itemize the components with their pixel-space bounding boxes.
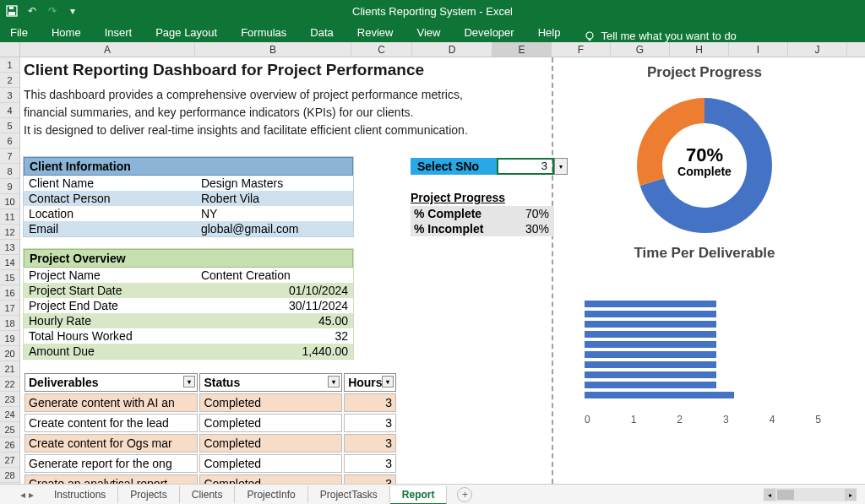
row-14[interactable]: 14 <box>0 255 19 270</box>
row-22[interactable]: 22 <box>0 377 19 392</box>
tell-me-search[interactable]: Tell me what you want to do <box>584 30 736 42</box>
col-D[interactable]: D <box>412 42 492 57</box>
bar <box>585 392 734 398</box>
row-19[interactable]: 19 <box>0 331 19 346</box>
col-E[interactable]: E <box>492 42 552 57</box>
col-G[interactable]: G <box>611 42 670 57</box>
row-4[interactable]: 4 <box>0 103 19 118</box>
sheet-tab-projecttasks[interactable]: ProjectTasks <box>308 486 390 503</box>
ribbon-tab-page-layout[interactable]: Page Layout <box>155 26 217 42</box>
select-all-triangle[interactable] <box>0 42 20 57</box>
row-8[interactable]: 8 <box>0 164 19 179</box>
table-row[interactable]: Create content for the leadCompleted3 <box>24 414 396 432</box>
row-9[interactable]: 9 <box>0 179 19 194</box>
sheet-nav-arrows[interactable]: ◂▸ <box>20 489 34 501</box>
filter-icon[interactable]: ▾ <box>183 376 195 387</box>
row-24[interactable]: 24 <box>0 407 19 422</box>
add-sheet-button[interactable]: + <box>457 487 472 502</box>
col-J[interactable]: J <box>788 42 847 57</box>
column-headers[interactable]: A B C D E F G H I J <box>0 42 865 57</box>
ribbon-tab-file[interactable]: File <box>10 26 28 42</box>
page-title: Client Reporting Dashboard for Project P… <box>20 58 544 82</box>
sheet-tab-clients[interactable]: Clients <box>180 486 236 503</box>
col-H[interactable]: H <box>670 42 729 57</box>
worksheet[interactable]: 1234567891011121314151617181920212223242… <box>0 57 865 484</box>
table-row[interactable]: Generate report for the ongCompleted3 <box>24 454 396 473</box>
select-sno-input[interactable]: 3 <box>497 158 554 175</box>
row-23[interactable]: 23 <box>0 392 19 407</box>
col-C[interactable]: C <box>351 42 412 57</box>
bar <box>585 311 716 317</box>
row-6[interactable]: 6 <box>0 133 19 149</box>
save-icon[interactable] <box>5 4 19 18</box>
table-row[interactable]: Create content for Ogs marCompleted3 <box>24 434 396 453</box>
window-title: Clients Reporting System - Excel <box>352 5 513 18</box>
row-20[interactable]: 20 <box>0 346 19 361</box>
row-26[interactable]: 26 <box>0 437 19 453</box>
client-info-section: Client Information Client NameDesign Mas… <box>23 156 354 237</box>
col-A[interactable]: A <box>20 42 195 57</box>
filter-icon[interactable]: ▾ <box>382 376 394 387</box>
ribbon-tab-insert[interactable]: Insert <box>105 26 133 42</box>
qat-more-icon[interactable]: ▾ <box>66 4 79 18</box>
title-bar: ↶ ↷ ▾ Clients Reporting System - Excel <box>0 0 865 22</box>
col-F[interactable]: F <box>552 42 611 57</box>
ribbon-tab-formulas[interactable]: Formulas <box>241 26 286 42</box>
scroll-right-icon[interactable]: ▸ <box>845 489 857 501</box>
pct-complete-value: 70% <box>503 207 554 220</box>
row-25[interactable]: 25 <box>0 422 19 437</box>
scroll-thumb[interactable] <box>777 490 794 500</box>
tell-me-label: Tell me what you want to do <box>601 30 736 42</box>
row-28[interactable]: 28 <box>0 468 19 483</box>
horizontal-scrollbar[interactable]: ◂ ▸ <box>764 488 857 501</box>
row-2[interactable]: 2 <box>0 73 19 88</box>
table-row[interactable]: Generate content with AI anCompleted3 <box>24 393 396 412</box>
redo-icon[interactable]: ↷ <box>46 4 59 18</box>
row-17[interactable]: 17 <box>0 301 19 316</box>
page-break-line <box>552 57 553 484</box>
ribbon-tab-help[interactable]: Help <box>538 26 561 42</box>
client-name-value: Design Masters <box>198 176 353 190</box>
filter-icon[interactable]: ▾ <box>328 376 340 387</box>
deliverables-col-header[interactable]: Deliverables▾ <box>24 373 198 392</box>
sheet-tab-instructions[interactable]: Instructions <box>42 486 118 503</box>
row-15[interactable]: 15 <box>0 270 19 285</box>
ribbon-tab-review[interactable]: Review <box>357 26 394 42</box>
col-B[interactable]: B <box>195 42 351 57</box>
svg-rect-4 <box>589 39 591 41</box>
row-7[interactable]: 7 <box>0 149 19 164</box>
ribbon-tab-developer[interactable]: Developer <box>464 26 514 42</box>
undo-icon[interactable]: ↶ <box>25 4 39 18</box>
row-headers[interactable]: 1234567891011121314151617181920212223242… <box>0 57 20 484</box>
bar <box>585 351 716 358</box>
row-12[interactable]: 12 <box>0 225 19 240</box>
hours-col-header[interactable]: Hours▾ <box>344 373 396 392</box>
row-16[interactable]: 16 <box>0 285 19 301</box>
status-col-header[interactable]: Status▾ <box>199 373 342 392</box>
row-1[interactable]: 1 <box>0 57 19 73</box>
row-18[interactable]: 18 <box>0 316 19 331</box>
cell-grid[interactable]: Client Reporting Dashboard for Project P… <box>20 57 865 484</box>
sheet-tab-report[interactable]: Report <box>390 486 448 505</box>
row-3[interactable]: 3 <box>0 88 19 103</box>
bar <box>585 371 716 378</box>
select-sno-dropdown-icon[interactable]: ▾ <box>554 158 568 175</box>
row-11[interactable]: 11 <box>0 209 19 225</box>
row-27[interactable]: 27 <box>0 453 19 468</box>
row-21[interactable]: 21 <box>0 361 19 377</box>
project-overview-header: Project Overview <box>24 249 353 268</box>
sheet-tab-projects[interactable]: Projects <box>118 486 179 503</box>
row-13[interactable]: 13 <box>0 240 19 255</box>
sheet-tab-projectinfo[interactable]: ProjectInfo <box>235 486 307 503</box>
ribbon-tab-data[interactable]: Data <box>310 26 333 42</box>
lightbulb-icon <box>584 30 596 42</box>
scroll-left-icon[interactable]: ◂ <box>764 489 775 501</box>
row-10[interactable]: 10 <box>0 194 19 209</box>
ribbon-tab-home[interactable]: Home <box>52 26 81 42</box>
bar-chart-title: Time Per Deliverable <box>569 245 840 262</box>
hourly-rate-value: 45.00 <box>198 314 353 328</box>
donut-center-sub: Complete <box>628 165 781 178</box>
row-5[interactable]: 5 <box>0 118 19 133</box>
col-I[interactable]: I <box>729 42 788 57</box>
ribbon-tab-view[interactable]: View <box>416 26 440 42</box>
